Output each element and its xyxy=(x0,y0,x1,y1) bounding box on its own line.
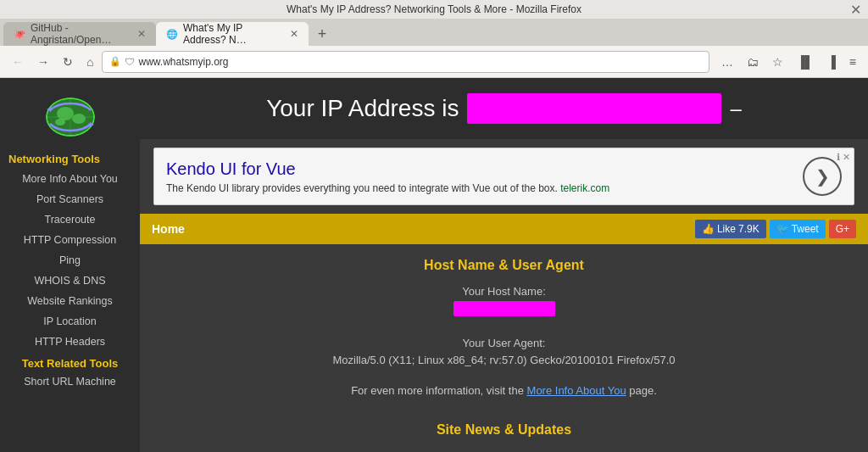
main-content: Your IP Address is – Kendo UI for Vue Th… xyxy=(140,78,868,452)
address-bar[interactable]: 🔒 🛡 www.whatsmyip.org xyxy=(102,51,709,73)
ad-description: The Kendo UI library provides everything… xyxy=(166,182,609,194)
reading-list-button[interactable]: ▐▌ xyxy=(792,52,819,72)
close-window-button[interactable]: ✕ xyxy=(850,2,861,18)
github-tab-close[interactable]: ✕ xyxy=(137,28,146,40)
bookmark-button[interactable]: ☆ xyxy=(767,52,788,72)
ad-title[interactable]: Kendo UI for Vue xyxy=(166,159,609,179)
pocket-button[interactable]: 🗂 xyxy=(742,52,764,72)
ip-prefix-text: Your IP Address is xyxy=(266,95,459,122)
agent-label: Your User Agent: xyxy=(463,337,546,349)
logo-globe-icon xyxy=(40,88,101,137)
sidebar-item-port-scanners[interactable]: Port Scanners xyxy=(0,189,140,209)
more-info-link[interactable]: More Info About You xyxy=(527,384,626,397)
title-bar: What's My IP Address? Networking Tools &… xyxy=(0,0,868,19)
sidebar-item-short-url[interactable]: Short URL Machine xyxy=(0,371,140,392)
whatsmyip-tab-icon: 🌐 xyxy=(166,29,178,40)
news-section-title: Site News & Updates xyxy=(157,414,851,438)
sidebar-item-ping[interactable]: Ping xyxy=(0,250,140,271)
github-tab-icon: 🐙 xyxy=(14,29,25,40)
sidebar-item-http-headers[interactable]: HTTP Headers xyxy=(0,332,140,352)
svg-point-3 xyxy=(72,114,86,124)
more-info-suffix: page. xyxy=(629,384,657,397)
ad-text: Kendo UI for Vue The Kendo UI library pr… xyxy=(166,159,609,194)
whatsmyip-tab-close[interactable]: ✕ xyxy=(290,28,298,40)
tabs-bar: 🐙 GitHub - Angristan/Open… ✕ 🌐 What's My… xyxy=(0,19,868,46)
sidebar-button[interactable]: ▐ xyxy=(822,52,841,72)
twitter-tweet-button[interactable]: 🐦 Tweet xyxy=(770,220,826,238)
github-tab-label: GitHub - Angristan/Open… xyxy=(31,22,129,46)
sidebar-item-more-info[interactable]: More Info About You xyxy=(0,169,140,189)
social-buttons: 👍 Like 7.9K 🐦 Tweet G+ xyxy=(695,220,856,238)
nav-actions: … 🗂 ☆ ▐▌ ▐ ≡ xyxy=(716,52,861,72)
host-section-title: Host Name & User Agent xyxy=(157,258,851,273)
facebook-like-button[interactable]: 👍 Like 7.9K xyxy=(695,220,766,238)
whatsmyip-tab-label: What's My IP Address? N… xyxy=(183,22,281,46)
sidebar-item-website-rankings[interactable]: Website Rankings xyxy=(0,291,140,311)
tab-github[interactable]: 🐙 GitHub - Angristan/Open… ✕ xyxy=(3,22,156,46)
news-section: Site News & Updates xyxy=(140,414,868,451)
sidebar-section-text: Text Related Tools xyxy=(0,352,140,371)
host-label: Your Host Name: xyxy=(462,285,546,298)
home-bar-label: Home xyxy=(152,222,185,236)
sidebar-section-networking: Networking Tools xyxy=(0,148,140,169)
lock-icon: 🔒 xyxy=(109,56,121,67)
site-logo xyxy=(0,78,140,148)
svg-point-2 xyxy=(57,107,74,120)
shield-icon: 🛡 xyxy=(125,56,135,68)
new-tab-button[interactable]: + xyxy=(310,22,334,46)
google-plus-button[interactable]: G+ xyxy=(829,220,856,238)
home-button[interactable]: ⌂ xyxy=(81,52,98,72)
host-agent-section: Host Name & User Agent Your Host Name: Y… xyxy=(140,244,868,414)
sidebar-item-ip-location[interactable]: IP Location xyxy=(0,311,140,332)
menu-button[interactable]: ≡ xyxy=(844,52,861,72)
more-info-text: For even more information, visit the xyxy=(351,384,524,397)
more-info-row: For even more information, visit the Mor… xyxy=(157,382,851,400)
reload-button[interactable]: ↻ xyxy=(58,52,78,72)
sidebar-item-traceroute[interactable]: Traceroute xyxy=(0,209,140,230)
window-title: What's My IP Address? Networking Tools &… xyxy=(287,3,581,15)
ip-address-redacted xyxy=(467,93,721,124)
sidebar: Networking Tools More Info About You Por… xyxy=(0,78,140,452)
ad-close-button[interactable]: ✕ xyxy=(843,152,850,163)
svg-point-4 xyxy=(55,119,65,126)
host-name-redacted xyxy=(453,301,555,316)
ad-info-button[interactable]: ℹ xyxy=(837,152,840,163)
address-text: www.whatsmyip.org xyxy=(138,56,228,68)
host-name-row: Your Host Name: xyxy=(157,283,851,322)
more-button[interactable]: … xyxy=(716,52,738,72)
tab-whatsmyip[interactable]: 🌐 What's My IP Address? N… ✕ xyxy=(156,22,309,46)
agent-value: Mozilla/5.0 (X11; Linux x86_64; rv:57.0)… xyxy=(333,354,676,366)
user-agent-row: Your User Agent: Mozilla/5.0 (X11; Linux… xyxy=(157,335,851,371)
forward-button[interactable]: → xyxy=(32,52,54,72)
page-wrapper: Networking Tools More Info About You Por… xyxy=(0,78,868,452)
sidebar-item-whois-dns[interactable]: WHOIS & DNS xyxy=(0,271,140,291)
sidebar-item-http-compression[interactable]: HTTP Compression xyxy=(0,230,140,250)
home-bar: Home 👍 Like 7.9K 🐦 Tweet G+ xyxy=(140,214,868,244)
ad-domain-link[interactable]: telerik.com xyxy=(560,182,609,194)
nav-bar: ← → ↻ ⌂ 🔒 🛡 www.whatsmyip.org … 🗂 ☆ ▐▌ ▐… xyxy=(0,46,868,78)
back-button[interactable]: ← xyxy=(7,52,29,72)
ad-banner: Kendo UI for Vue The Kendo UI library pr… xyxy=(153,148,854,205)
ip-header: Your IP Address is – xyxy=(140,78,868,139)
